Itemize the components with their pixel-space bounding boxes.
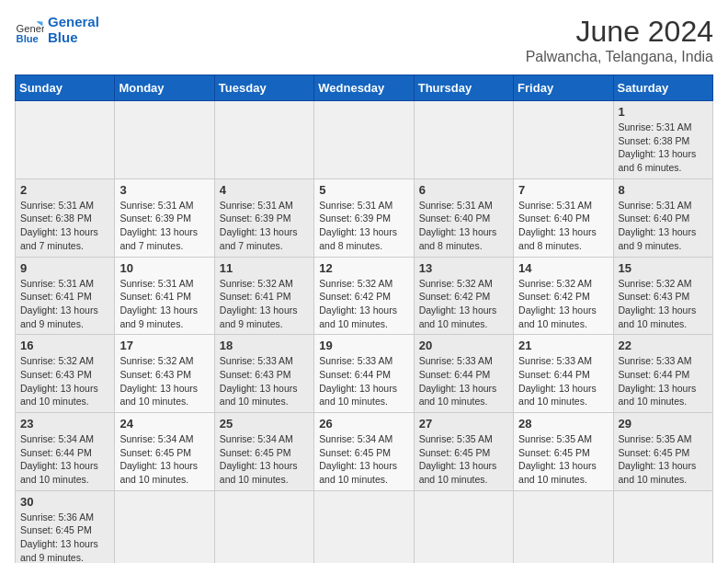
logo-blue-text: Blue xyxy=(48,30,99,46)
day-cell-9: 9Sunrise: 5:31 AM Sunset: 6:41 PM Daylig… xyxy=(16,257,115,335)
day-cell-30: 30Sunrise: 5:36 AM Sunset: 6:45 PM Dayli… xyxy=(16,490,115,563)
day-number: 28 xyxy=(518,417,608,431)
day-info: Sunrise: 5:33 AM Sunset: 6:44 PM Dayligh… xyxy=(518,354,608,408)
day-info: Sunrise: 5:34 AM Sunset: 6:45 PM Dayligh… xyxy=(319,432,408,487)
day-number: 27 xyxy=(419,417,508,431)
day-cell-18: 18Sunrise: 5:33 AM Sunset: 6:43 PM Dayli… xyxy=(214,335,313,413)
day-cell-1: 1Sunrise: 5:31 AM Sunset: 6:38 PM Daylig… xyxy=(613,101,712,179)
day-cell-20: 20Sunrise: 5:33 AM Sunset: 6:44 PM Dayli… xyxy=(414,335,513,413)
calendar-table: SundayMondayTuesdayWednesdayThursdayFrid… xyxy=(15,75,713,563)
day-number: 17 xyxy=(119,339,209,352)
day-info: Sunrise: 5:31 AM Sunset: 6:39 PM Dayligh… xyxy=(319,199,408,253)
day-info: Sunrise: 5:31 AM Sunset: 6:40 PM Dayligh… xyxy=(619,199,708,253)
day-info: Sunrise: 5:31 AM Sunset: 6:41 PM Dayligh… xyxy=(20,277,109,331)
svg-text:General: General xyxy=(17,22,44,33)
svg-text:Blue: Blue xyxy=(17,32,39,43)
day-number: 2 xyxy=(20,183,109,197)
logo: General Blue General Blue xyxy=(15,15,99,45)
day-number: 11 xyxy=(220,261,309,275)
day-number: 10 xyxy=(119,261,209,275)
weekday-monday: Monday xyxy=(115,75,214,101)
day-info: Sunrise: 5:31 AM Sunset: 6:40 PM Dayligh… xyxy=(419,199,508,253)
day-number: 15 xyxy=(619,261,708,275)
logo-icon: General Blue xyxy=(15,16,44,45)
day-info: Sunrise: 5:32 AM Sunset: 6:43 PM Dayligh… xyxy=(20,354,109,408)
day-cell-8: 8Sunrise: 5:31 AM Sunset: 6:40 PM Daylig… xyxy=(613,178,712,257)
day-number: 20 xyxy=(419,339,508,352)
day-cell-15: 15Sunrise: 5:32 AM Sunset: 6:43 PM Dayli… xyxy=(613,257,712,335)
empty-cell xyxy=(514,490,613,563)
day-number: 12 xyxy=(319,261,408,275)
day-cell-3: 3Sunrise: 5:31 AM Sunset: 6:39 PM Daylig… xyxy=(115,178,214,257)
day-cell-25: 25Sunrise: 5:34 AM Sunset: 6:45 PM Dayli… xyxy=(214,413,313,491)
week-row-4: 23Sunrise: 5:34 AM Sunset: 6:44 PM Dayli… xyxy=(16,413,713,491)
day-number: 24 xyxy=(119,417,209,431)
day-number: 29 xyxy=(619,417,708,431)
day-number: 6 xyxy=(419,183,508,197)
location: Palwancha, Telangana, India xyxy=(526,49,713,65)
empty-cell xyxy=(115,490,214,563)
day-cell-26: 26Sunrise: 5:34 AM Sunset: 6:45 PM Dayli… xyxy=(314,413,414,491)
weekday-wednesday: Wednesday xyxy=(314,75,414,101)
day-number: 18 xyxy=(220,339,309,352)
weekday-thursday: Thursday xyxy=(414,75,513,101)
day-cell-10: 10Sunrise: 5:31 AM Sunset: 6:41 PM Dayli… xyxy=(115,257,214,335)
day-info: Sunrise: 5:35 AM Sunset: 6:45 PM Dayligh… xyxy=(619,432,708,487)
page-header: General Blue General Blue June 2024 Palw… xyxy=(15,15,713,65)
day-cell-14: 14Sunrise: 5:32 AM Sunset: 6:42 PM Dayli… xyxy=(514,257,613,335)
weekday-saturday: Saturday xyxy=(613,75,712,101)
empty-cell xyxy=(16,101,115,179)
logo-general-text: General xyxy=(48,15,99,30)
day-info: Sunrise: 5:34 AM Sunset: 6:44 PM Dayligh… xyxy=(20,432,109,487)
week-row-0: 1Sunrise: 5:31 AM Sunset: 6:38 PM Daylig… xyxy=(16,101,713,179)
weekday-friday: Friday xyxy=(514,75,613,101)
week-row-2: 9Sunrise: 5:31 AM Sunset: 6:41 PM Daylig… xyxy=(16,257,713,335)
day-info: Sunrise: 5:36 AM Sunset: 6:45 PM Dayligh… xyxy=(20,511,109,563)
day-cell-28: 28Sunrise: 5:35 AM Sunset: 6:45 PM Dayli… xyxy=(514,413,613,491)
weekday-sunday: Sunday xyxy=(16,75,115,101)
day-cell-7: 7Sunrise: 5:31 AM Sunset: 6:40 PM Daylig… xyxy=(514,178,613,257)
day-cell-22: 22Sunrise: 5:33 AM Sunset: 6:44 PM Dayli… xyxy=(613,335,712,413)
week-row-3: 16Sunrise: 5:32 AM Sunset: 6:43 PM Dayli… xyxy=(16,335,713,413)
day-info: Sunrise: 5:32 AM Sunset: 6:43 PM Dayligh… xyxy=(119,354,209,408)
day-number: 1 xyxy=(619,105,708,119)
day-number: 4 xyxy=(220,183,309,197)
empty-cell xyxy=(214,101,313,179)
empty-cell xyxy=(115,101,214,179)
day-number: 23 xyxy=(20,417,109,431)
day-cell-17: 17Sunrise: 5:32 AM Sunset: 6:43 PM Dayli… xyxy=(115,335,214,413)
day-info: Sunrise: 5:33 AM Sunset: 6:44 PM Dayligh… xyxy=(619,354,708,408)
day-number: 9 xyxy=(20,261,109,275)
day-info: Sunrise: 5:32 AM Sunset: 6:43 PM Dayligh… xyxy=(619,277,708,331)
weekday-tuesday: Tuesday xyxy=(214,75,313,101)
week-row-1: 2Sunrise: 5:31 AM Sunset: 6:38 PM Daylig… xyxy=(16,178,713,257)
empty-cell xyxy=(414,490,513,563)
day-cell-2: 2Sunrise: 5:31 AM Sunset: 6:38 PM Daylig… xyxy=(16,178,115,257)
week-row-5: 30Sunrise: 5:36 AM Sunset: 6:45 PM Dayli… xyxy=(16,490,713,563)
day-cell-27: 27Sunrise: 5:35 AM Sunset: 6:45 PM Dayli… xyxy=(414,413,513,491)
day-info: Sunrise: 5:32 AM Sunset: 6:42 PM Dayligh… xyxy=(319,277,408,331)
day-info: Sunrise: 5:31 AM Sunset: 6:40 PM Dayligh… xyxy=(518,199,608,253)
day-cell-12: 12Sunrise: 5:32 AM Sunset: 6:42 PM Dayli… xyxy=(314,257,414,335)
day-number: 25 xyxy=(220,417,309,431)
title-block: June 2024 Palwancha, Telangana, India xyxy=(526,15,713,65)
day-info: Sunrise: 5:31 AM Sunset: 6:41 PM Dayligh… xyxy=(119,277,209,331)
empty-cell xyxy=(613,490,712,563)
empty-cell xyxy=(214,490,313,563)
day-cell-21: 21Sunrise: 5:33 AM Sunset: 6:44 PM Dayli… xyxy=(514,335,613,413)
month-title: June 2024 xyxy=(526,15,713,49)
day-number: 16 xyxy=(20,339,109,352)
day-info: Sunrise: 5:31 AM Sunset: 6:39 PM Dayligh… xyxy=(119,199,209,253)
day-number: 21 xyxy=(518,339,608,352)
empty-cell xyxy=(314,101,414,179)
day-info: Sunrise: 5:33 AM Sunset: 6:43 PM Dayligh… xyxy=(220,354,309,408)
day-cell-6: 6Sunrise: 5:31 AM Sunset: 6:40 PM Daylig… xyxy=(414,178,513,257)
day-number: 13 xyxy=(419,261,508,275)
day-info: Sunrise: 5:35 AM Sunset: 6:45 PM Dayligh… xyxy=(518,432,608,487)
day-number: 19 xyxy=(319,339,408,352)
day-cell-23: 23Sunrise: 5:34 AM Sunset: 6:44 PM Dayli… xyxy=(16,413,115,491)
day-cell-29: 29Sunrise: 5:35 AM Sunset: 6:45 PM Dayli… xyxy=(613,413,712,491)
day-info: Sunrise: 5:31 AM Sunset: 6:38 PM Dayligh… xyxy=(20,199,109,253)
day-number: 3 xyxy=(119,183,209,197)
day-info: Sunrise: 5:32 AM Sunset: 6:41 PM Dayligh… xyxy=(220,277,309,331)
